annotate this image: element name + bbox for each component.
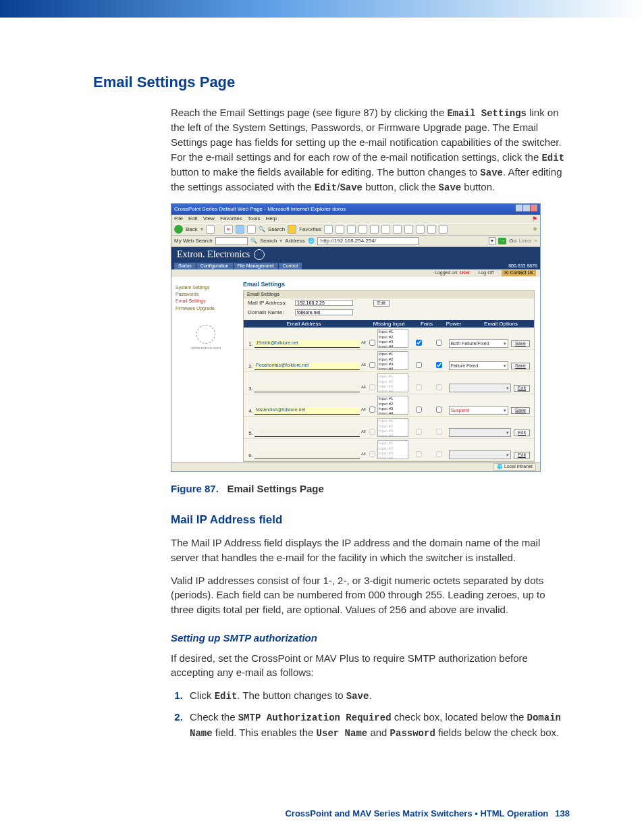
- close-icon[interactable]: [531, 205, 537, 211]
- input-option[interactable]: Input #2: [379, 357, 407, 362]
- tool-icon-6[interactable]: [439, 225, 448, 234]
- input-option[interactable]: Input #4: [379, 367, 407, 370]
- fans-checkbox[interactable]: [416, 407, 422, 413]
- missing-input-list[interactable]: Input #1Input #2Input #3Input #4Input #5: [377, 329, 408, 348]
- input-option: Input #1: [379, 374, 407, 379]
- mail-ip-input[interactable]: [295, 300, 353, 306]
- history-icon[interactable]: [324, 225, 333, 234]
- tool-icon-4[interactable]: [416, 225, 425, 234]
- input-option[interactable]: Input #1: [379, 330, 407, 334]
- tab-control[interactable]: Control: [279, 263, 302, 269]
- minimize-icon[interactable]: [516, 205, 522, 211]
- address-input[interactable]: http://192.168.254.254/: [317, 237, 419, 245]
- power-checkbox[interactable]: [436, 407, 442, 413]
- smtp-auth-required-literal: SMTP Authorization Required: [238, 712, 392, 723]
- mywebsearch-input[interactable]: [215, 237, 248, 245]
- maximize-icon[interactable]: [523, 205, 530, 211]
- go-button[interactable]: →: [498, 238, 506, 244]
- favorites-label[interactable]: Favorites: [299, 226, 321, 233]
- tab-status[interactable]: Status: [174, 263, 196, 269]
- refresh-icon[interactable]: [236, 225, 244, 234]
- input-option[interactable]: Input #4: [379, 411, 407, 415]
- fans-checkbox[interactable]: [416, 340, 422, 346]
- back-label[interactable]: Back: [186, 226, 198, 233]
- missing-input-list[interactable]: Input #1Input #2Input #3Input #4Input #5: [377, 351, 408, 370]
- back-icon[interactable]: [174, 225, 183, 234]
- tool-icon-2[interactable]: [393, 225, 402, 234]
- all-checkbox[interactable]: [369, 340, 375, 346]
- favorites-star-icon[interactable]: [288, 225, 296, 234]
- missing-input-list: Input #1Input #2Input #3Input #4Input #5: [377, 440, 408, 459]
- links-label[interactable]: Links: [519, 238, 532, 244]
- all-checkbox[interactable]: [369, 407, 375, 413]
- domain-name-label: Domain Name:: [248, 309, 291, 316]
- all-label: All: [361, 340, 366, 345]
- input-option[interactable]: Input #1: [379, 396, 407, 401]
- go-label[interactable]: Go: [509, 238, 516, 244]
- input-option[interactable]: Input #3: [379, 407, 407, 411]
- email-address-input[interactable]: Mstandish@folklore.net: [254, 407, 360, 415]
- print-icon[interactable]: [347, 225, 356, 234]
- power-checkbox[interactable]: [436, 362, 442, 368]
- save-row-button[interactable]: Save: [511, 340, 530, 347]
- menu-help[interactable]: Help: [265, 215, 276, 223]
- login-bar: Logged on: User Log Off ✉ Contact Us: [171, 269, 540, 276]
- email-option-select[interactable]: Both Failure/Fixed▾: [449, 339, 508, 348]
- save-btn-ref: Save: [480, 167, 503, 178]
- search-label[interactable]: Search: [268, 226, 285, 233]
- sidebar-item-passwords[interactable]: Passwords: [176, 292, 236, 297]
- email-option-select[interactable]: Suspend▾: [449, 406, 508, 415]
- tab-configuration[interactable]: Configuration: [196, 263, 233, 269]
- missing-input-list[interactable]: Input #1Input #2Input #3Input #4Input #5: [377, 396, 408, 415]
- mail-icon[interactable]: [336, 225, 344, 234]
- logoff-link[interactable]: Log Off: [479, 270, 494, 276]
- domain-name-input[interactable]: [295, 309, 353, 315]
- power-checkbox[interactable]: [436, 340, 442, 346]
- sidebar-item-firmware-upgrade[interactable]: Firmware Upgrade: [176, 306, 236, 311]
- window-controls[interactable]: [515, 205, 537, 213]
- ie-menubar: File Edit View Favorites Tools Help ⚑: [171, 215, 540, 224]
- discuss-icon[interactable]: [370, 225, 379, 234]
- ie-toolbar: Back ▾ × 🔍Search Favorites: [171, 223, 540, 236]
- stop-icon[interactable]: ×: [224, 225, 233, 234]
- input-option: Input #4: [379, 389, 407, 392]
- edit-button[interactable]: Edit: [373, 300, 390, 307]
- fans-checkbox[interactable]: [416, 362, 422, 368]
- sidebar-item-system-settings[interactable]: System Settings: [176, 285, 236, 290]
- menu-favorites[interactable]: Favorites: [220, 215, 242, 223]
- tool-icon-3[interactable]: [404, 225, 413, 234]
- input-option: Input #4: [379, 456, 407, 459]
- save-row-button[interactable]: Save: [511, 363, 530, 369]
- email-row: 5.AllInput #1Input #2Input #3Input #4Inp…: [244, 417, 534, 439]
- sidebar-logo-url[interactable]: www.extron.com: [191, 346, 221, 350]
- all-checkbox[interactable]: [369, 362, 375, 368]
- menu-file[interactable]: File: [174, 215, 183, 223]
- sidebar-item-email-settings[interactable]: Email Settings: [176, 298, 236, 304]
- edit-row-button[interactable]: Edit: [514, 385, 530, 392]
- input-option[interactable]: Input #2: [379, 335, 407, 340]
- email-address-input[interactable]: JSmith@folklore.net: [254, 340, 360, 348]
- menu-edit[interactable]: Edit: [188, 215, 198, 223]
- email-address-input[interactable]: Pocahontas@folklore.net: [254, 363, 360, 370]
- menu-tools[interactable]: Tools: [248, 215, 261, 223]
- edit-row-button[interactable]: Edit: [514, 429, 530, 436]
- tool-icon-5[interactable]: [427, 225, 436, 234]
- contact-us-link[interactable]: ✉ Contact Us: [502, 270, 536, 276]
- address-dropdown-icon[interactable]: ▾: [489, 237, 495, 245]
- home-icon[interactable]: [247, 225, 256, 234]
- email-option-select[interactable]: Failure Fixed▾: [449, 361, 508, 370]
- search-btn-label[interactable]: Search: [260, 238, 277, 244]
- tool-icon[interactable]: [381, 225, 390, 234]
- save-row-button[interactable]: Save: [511, 407, 530, 414]
- input-option[interactable]: Input #3: [379, 362, 407, 367]
- input-option: Input #3: [379, 384, 407, 389]
- input-option[interactable]: Input #1: [379, 352, 407, 357]
- tab-file-management[interactable]: File Management: [234, 263, 278, 269]
- input-option[interactable]: Input #2: [379, 402, 407, 407]
- input-option[interactable]: Input #3: [379, 340, 407, 344]
- edit-row-button[interactable]: Edit: [514, 452, 530, 459]
- input-option[interactable]: Input #4: [379, 344, 407, 348]
- forward-icon[interactable]: [206, 225, 215, 234]
- edit-icon[interactable]: [358, 225, 367, 234]
- menu-view[interactable]: View: [203, 215, 215, 223]
